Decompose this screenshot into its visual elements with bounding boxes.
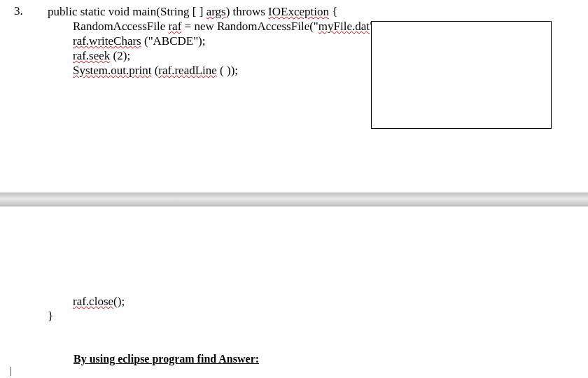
code-block-upper: public static void main(String [ ] args)… xyxy=(48,4,410,78)
code-underlined: raf.readLine xyxy=(158,64,217,77)
code-text: (2); xyxy=(110,49,130,62)
code-text: { xyxy=(329,5,337,18)
code-block-lower: raf.close(); } xyxy=(48,294,125,323)
code-text: ( )); xyxy=(217,64,238,77)
document-page: 3. public static void main(String [ ] ar… xyxy=(0,0,588,378)
code-underlined: raf xyxy=(168,20,181,33)
code-text: = new RandomAccessFile(" xyxy=(181,20,318,33)
code-line: RandomAccessFile raf = new RandomAccessF… xyxy=(48,19,410,34)
page-break-divider xyxy=(0,192,588,206)
code-text: public static void main(String [ ] xyxy=(48,5,206,18)
code-line: System.out.print (raf.readLine ( )); xyxy=(48,63,410,78)
code-line: raf.close(); xyxy=(48,294,125,309)
code-text: ) throws xyxy=(226,5,268,18)
code-text: RandomAccessFile xyxy=(73,20,168,33)
code-text: (); xyxy=(113,295,125,308)
code-text: ( xyxy=(151,64,158,77)
code-line: public static void main(String [ ] args)… xyxy=(48,4,410,19)
code-underlined: raf.writeChars xyxy=(73,34,141,48)
code-line: raf.writeChars ("ABCDE"); xyxy=(48,34,410,48)
code-underlined: System.out.print xyxy=(73,64,151,77)
code-text: ("ABCDE"); xyxy=(141,34,206,48)
code-underlined: myFile.dat xyxy=(318,20,370,33)
answer-prompt: By using eclipse program find Answer: xyxy=(74,353,259,365)
code-line: raf.seek (2); xyxy=(48,48,410,63)
answer-box[interactable] xyxy=(371,21,552,129)
code-underlined: raf.seek xyxy=(73,49,110,62)
question-number: 3. xyxy=(14,4,23,18)
code-underlined: args xyxy=(206,5,226,18)
code-underlined: raf.close xyxy=(73,295,113,308)
code-text: } xyxy=(48,309,53,323)
text-cursor: | xyxy=(10,365,12,377)
code-line: } xyxy=(48,309,125,323)
code-underlined: IOException xyxy=(268,5,329,18)
